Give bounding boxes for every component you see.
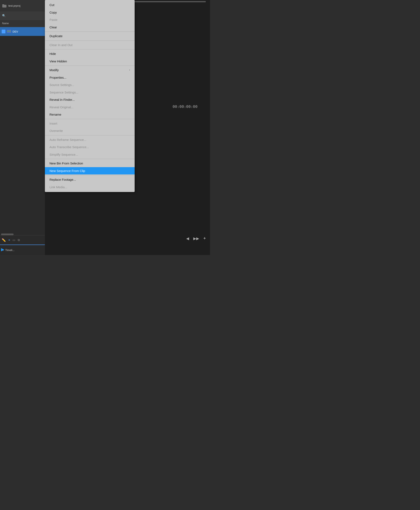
- menu-item-label-overwrite: Overwrite: [49, 129, 63, 133]
- menu-item-label-modify: Modify: [49, 68, 59, 72]
- menu-item-label-reveal-original: Reveal Original...: [49, 105, 74, 109]
- clip-color-swatch: [2, 30, 5, 33]
- project-title: test.prproj: [8, 4, 21, 7]
- menu-item-label-link-media: Link Media...: [49, 185, 67, 189]
- rewind-icon[interactable]: ◀: [186, 236, 189, 241]
- menu-item-new-bin[interactable]: New Bin From Selection: [45, 160, 135, 167]
- menu-item-label-paste: Paste: [49, 18, 57, 22]
- bottom-toolbar: ✏️ ≡ ▭ ⧉: [0, 235, 45, 244]
- menu-item-label-auto-transcribe: Auto Transcribe Sequence...: [49, 145, 89, 149]
- menu-item-modify[interactable]: Modify›: [45, 66, 135, 74]
- name-column-header: Name: [2, 22, 9, 25]
- menu-separator: [45, 66, 135, 66]
- menu-item-label-source-settings: Source Settings...: [49, 83, 74, 87]
- sequence-icon: [7, 29, 11, 34]
- menu-item-link-media: Link Media...: [45, 184, 135, 191]
- menu-item-label-properties: Properties...: [49, 75, 66, 80]
- menu-separator: [45, 40, 135, 41]
- menu-item-clear[interactable]: Clear: [45, 24, 135, 31]
- list-icon[interactable]: ≡: [8, 238, 10, 242]
- left-panel-header: test.prproj: [0, 0, 45, 11]
- clip-label: DEV: [13, 30, 18, 33]
- menu-item-label-copy: Copy: [49, 10, 57, 15]
- context-menu: CutCopyPasteClearDuplicateClear In and O…: [45, 0, 135, 192]
- search-bar[interactable]: 🔍: [0, 11, 45, 20]
- menu-item-auto-reframe: Auto Reframe Sequence...: [45, 136, 135, 144]
- svg-rect-5: [10, 30, 11, 32]
- menu-item-paste: Paste: [45, 16, 135, 24]
- menu-separator: [45, 49, 135, 50]
- stacked-icon[interactable]: ⧉: [18, 238, 20, 242]
- svg-rect-3: [7, 30, 8, 32]
- search-icon: 🔍: [2, 14, 6, 17]
- timeline-tab-area: ✕ Timeli...: [0, 244, 45, 255]
- submenu-arrow-icon: ›: [129, 68, 130, 72]
- menu-item-label-hide: Hide: [49, 52, 56, 56]
- menu-item-overwrite: Overwrite: [45, 127, 135, 135]
- navigate-arrow-icon[interactable]: ▶: [1, 247, 4, 252]
- menu-item-label-clear: Clear: [49, 25, 57, 30]
- menu-item-rename[interactable]: Rename: [45, 111, 135, 118]
- menu-item-label-rename: Rename: [49, 112, 61, 117]
- menu-separator: [45, 135, 135, 135]
- menu-item-sequence-settings: Sequence Settings...: [45, 89, 135, 96]
- menu-item-label-simplify-sequence: Simplify Sequence...: [49, 153, 78, 157]
- add-track-icon[interactable]: +: [203, 236, 206, 241]
- menu-item-label-new-bin: New Bin From Selection: [49, 161, 83, 165]
- menu-item-simplify-sequence: Simplify Sequence...: [45, 151, 135, 158]
- menu-item-clear-in-out: Clear In and Out: [45, 41, 135, 49]
- menu-item-source-settings: Source Settings...: [45, 81, 135, 89]
- menu-item-copy[interactable]: Copy: [45, 9, 135, 16]
- menu-item-properties[interactable]: Properties...: [45, 74, 135, 81]
- svg-rect-1: [2, 5, 7, 7]
- menu-item-label-clear-in-out: Clear In and Out: [49, 43, 72, 47]
- folder-icon: [2, 4, 7, 8]
- menu-separator: [45, 175, 135, 175]
- menu-item-label-new-sequence: New Sequence From Clip: [49, 169, 85, 173]
- menu-item-label-view-hidden: View Hidden: [49, 59, 67, 63]
- menu-separator: [45, 119, 135, 119]
- left-panel-scrollbar[interactable]: [1, 234, 14, 235]
- menu-item-label-insert: Insert: [49, 121, 57, 126]
- fast-forward-icon[interactable]: ▶▶: [193, 236, 199, 241]
- menu-item-auto-transcribe: Auto Transcribe Sequence...: [45, 143, 135, 151]
- svg-rect-4: [8, 30, 9, 32]
- menu-item-hide[interactable]: Hide: [45, 50, 135, 58]
- menu-item-label-sequence-settings: Sequence Settings...: [49, 90, 78, 95]
- menu-item-insert: Insert: [45, 120, 135, 127]
- menu-item-new-sequence[interactable]: New Sequence From Clip: [45, 167, 135, 175]
- pencil-icon[interactable]: ✏️: [2, 238, 6, 242]
- clip-row[interactable]: DEV: [0, 27, 45, 36]
- menu-item-label-auto-reframe: Auto Reframe Sequence...: [49, 138, 86, 142]
- menu-item-reveal-original: Reveal Original...: [45, 103, 135, 111]
- menu-item-replace-footage[interactable]: Replace Footage...: [45, 176, 135, 184]
- menu-separator: [45, 31, 135, 32]
- menu-item-reveal-finder[interactable]: Reveal in Finder...: [45, 96, 135, 103]
- column-header: Name: [0, 20, 45, 27]
- menu-item-label-replace-footage: Replace Footage...: [49, 177, 76, 182]
- menu-item-duplicate[interactable]: Duplicate: [45, 32, 135, 40]
- timecode-display: 00:00:00:00: [173, 104, 197, 109]
- menu-item-label-reveal-finder: Reveal in Finder...: [49, 98, 75, 102]
- menu-item-view-hidden[interactable]: View Hidden: [45, 58, 135, 65]
- menu-item-label-duplicate: Duplicate: [49, 34, 63, 38]
- menu-item-cut[interactable]: Cut: [45, 1, 135, 9]
- grid-icon[interactable]: ▭: [13, 238, 15, 242]
- menu-item-label-cut: Cut: [49, 3, 54, 7]
- left-panel-bg: [0, 0, 45, 255]
- timeline-tab-label[interactable]: Timeli...: [5, 249, 15, 252]
- playback-controls: ◀ ▶▶ +: [186, 236, 206, 241]
- menu-separator: [45, 159, 135, 159]
